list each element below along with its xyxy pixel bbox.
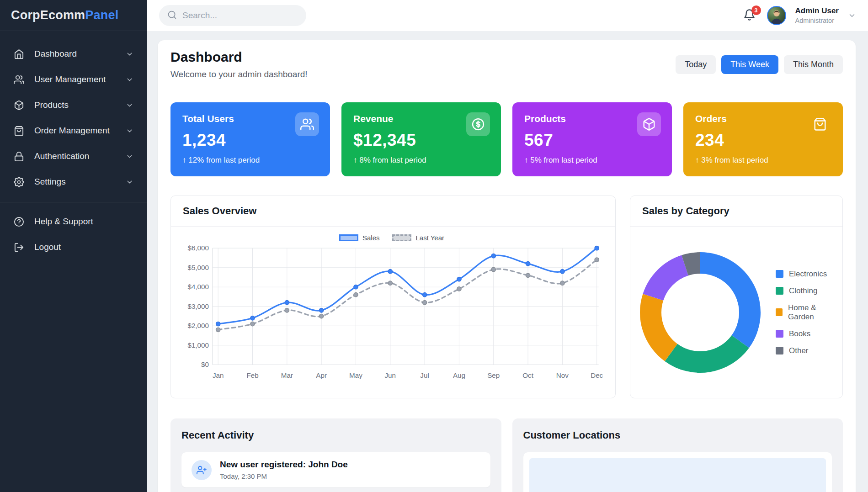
donut-legend-item-electronics[interactable]: Electronics xyxy=(776,270,838,279)
donut-chart xyxy=(635,247,766,378)
box-icon xyxy=(637,112,661,136)
sidebar-item-dashboard[interactable]: Dashboard xyxy=(0,41,147,67)
sales-by-category-card: Sales by Category ElectronicsClothingHom… xyxy=(630,196,843,398)
sidebar-item-label: Settings xyxy=(34,177,66,187)
stat-card-products: Products567↑ 5% from last period xyxy=(512,102,672,176)
legend-label: Other xyxy=(789,346,809,355)
legend-item-last-year[interactable]: Last Year xyxy=(392,234,444,242)
lock-icon xyxy=(14,151,24,162)
donut-legend-item-home-garden[interactable]: Home & Garden xyxy=(776,303,838,322)
svg-text:Apr: Apr xyxy=(316,371,327,379)
sales-overview-title: Sales Overview xyxy=(171,196,615,227)
svg-text:Dec: Dec xyxy=(591,371,603,379)
svg-text:Jun: Jun xyxy=(385,371,396,379)
stat-card-change: ↑ 12% from last period xyxy=(182,156,318,165)
user-plus-icon xyxy=(197,465,207,475)
svg-text:Nov: Nov xyxy=(556,371,569,379)
donut-segment-electronics xyxy=(700,252,761,348)
shopping-bag-icon xyxy=(14,126,24,136)
users-icon xyxy=(300,117,314,131)
help-circle-icon xyxy=(14,217,24,227)
sidebar-item-help-support[interactable]: Help & Support xyxy=(0,209,147,234)
svg-text:Sep: Sep xyxy=(487,371,500,379)
sidebar-item-order-management[interactable]: Order Management xyxy=(0,118,147,143)
legend-label: Sales xyxy=(362,234,380,242)
sidebar-item-authentication[interactable]: Authentication xyxy=(0,143,147,169)
bottom-row: Recent Activity New user registered: Joh… xyxy=(170,418,843,492)
donut-legend-item-clothing[interactable]: Clothing xyxy=(776,286,838,296)
user-plus-icon xyxy=(192,460,212,480)
activity-text: New user registered: John Doe xyxy=(220,460,348,470)
box-icon xyxy=(642,117,656,131)
recent-activity-section: Recent Activity New user registered: Joh… xyxy=(170,418,501,492)
period-button-today[interactable]: Today xyxy=(676,55,716,74)
sidebar-item-label: Logout xyxy=(34,242,61,252)
topbar-right: 3 Admin User Administrator xyxy=(743,6,856,25)
sales-by-category-title: Sales by Category xyxy=(630,196,842,227)
notification-badge: 3 xyxy=(751,5,761,15)
sidebar-item-products[interactable]: Products xyxy=(0,92,147,118)
user-menu-chevron[interactable] xyxy=(848,11,856,20)
gear-icon xyxy=(14,176,25,187)
sidebar: CorpEcommPanel DashboardUser ManagementP… xyxy=(0,0,147,492)
donut-chart-svg xyxy=(635,247,766,378)
page-subtitle: Welcome to your admin dashboard! xyxy=(170,69,308,79)
user-menu[interactable]: Admin User Administrator xyxy=(795,6,839,25)
period-button-this-week[interactable]: This Week xyxy=(721,55,778,74)
search-input[interactable] xyxy=(182,11,292,21)
svg-text:$4,000: $4,000 xyxy=(187,283,208,291)
donut-legend-item-other[interactable]: Other xyxy=(776,346,838,355)
line-chart-legend: SalesLast Year xyxy=(176,234,607,242)
dollar-circle-icon xyxy=(466,112,490,136)
svg-text:Aug: Aug xyxy=(453,371,465,379)
box-icon xyxy=(14,100,24,111)
sidebar-item-settings[interactable]: Settings xyxy=(0,169,147,195)
logout-icon xyxy=(14,242,24,253)
chevron-down-icon xyxy=(126,101,133,109)
donut-segment-books xyxy=(643,255,688,300)
donut-segment-clothing xyxy=(665,335,749,372)
gear-icon xyxy=(14,177,24,187)
topbar: 3 Admin User Administrator xyxy=(147,0,868,31)
stat-cards-row: Total Users1,234↑ 12% from last periodRe… xyxy=(170,102,843,176)
chevron-down-icon xyxy=(126,76,133,84)
sidebar-item-logout[interactable]: Logout xyxy=(0,234,147,260)
svg-text:$6,000: $6,000 xyxy=(187,244,208,252)
svg-text:Jan: Jan xyxy=(213,371,224,379)
period-button-this-month[interactable]: This Month xyxy=(784,55,843,74)
activity-item: New user registered: John DoeToday, 2:30… xyxy=(181,452,490,487)
stat-card-orders: Orders234↑ 3% from last period xyxy=(683,102,843,176)
svg-text:$2,000: $2,000 xyxy=(187,322,208,329)
legend-swatch xyxy=(776,308,783,316)
sidebar-item-user-management[interactable]: User Management xyxy=(0,67,147,92)
sidebar-item-label: Order Management xyxy=(34,126,110,136)
stat-card-change: ↑ 8% from last period xyxy=(353,156,489,165)
donut-legend-item-books[interactable]: Books xyxy=(776,329,838,339)
svg-text:May: May xyxy=(349,371,362,379)
svg-text:Oct: Oct xyxy=(522,371,533,379)
brand-accent: Panel xyxy=(85,8,118,22)
sidebar-item-label: Authentication xyxy=(34,151,89,161)
map-placeholder xyxy=(529,458,826,492)
box-icon xyxy=(14,100,25,111)
legend-label: Electronics xyxy=(789,270,827,279)
home-icon xyxy=(14,48,25,59)
recent-activity-title: Recent Activity xyxy=(181,429,490,441)
user-name: Admin User xyxy=(795,6,839,16)
page-header-text: Dashboard Welcome to your admin dashboar… xyxy=(170,49,308,79)
chevron-down-icon xyxy=(848,11,856,20)
svg-text:$0: $0 xyxy=(201,360,209,368)
legend-label: Clothing xyxy=(789,286,817,296)
sidebar-item-label: Products xyxy=(34,100,69,110)
users-icon xyxy=(14,74,24,85)
chevron-down-icon xyxy=(126,127,133,135)
stat-card-change: ↑ 3% from last period xyxy=(695,156,831,165)
period-button-group: TodayThis WeekThis Month xyxy=(676,55,843,74)
notifications-button[interactable]: 3 xyxy=(743,8,758,23)
legend-item-sales[interactable]: Sales xyxy=(339,234,380,242)
donut-legend: ElectronicsClothingHome & GardenBooksOth… xyxy=(776,270,838,355)
page-title: Dashboard xyxy=(170,49,308,65)
avatar[interactable] xyxy=(767,6,786,25)
svg-text:Feb: Feb xyxy=(246,371,258,379)
app-logo: CorpEcommPanel xyxy=(0,0,147,31)
